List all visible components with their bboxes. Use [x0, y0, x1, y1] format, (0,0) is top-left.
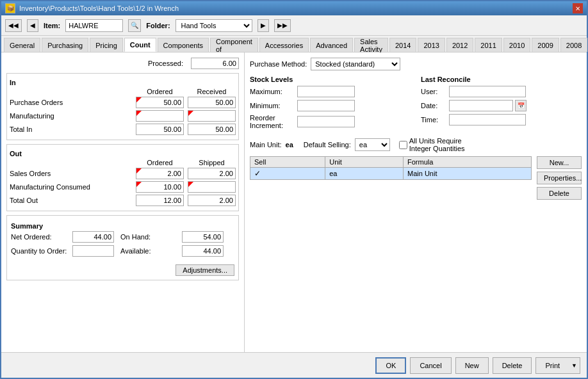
manufacturing-in-received[interactable] — [188, 110, 236, 122]
last-reconcile-section: Last Reconcile User: Date: 📅 Time: — [421, 76, 582, 132]
flag-icon — [136, 111, 142, 116]
mfg-consumed-ordered[interactable]: 10.00 — [136, 181, 184, 193]
processed-label: Processed: — [148, 60, 183, 67]
minimum-input[interactable] — [297, 100, 355, 111]
out-shipped-header: Shipped — [188, 159, 236, 166]
unit-buttons: New... Properties... Delete — [537, 156, 582, 200]
tab-component-of[interactable]: Component of — [210, 38, 258, 52]
search-button[interactable]: 🔍 — [128, 19, 141, 32]
tab-2014[interactable]: 2014 — [389, 38, 416, 52]
purchase-orders-received[interactable]: 50.00 — [188, 97, 236, 108]
purchase-orders-row: Purchase Orders 50.00 50.00 — [10, 97, 236, 108]
unit-cell: ea — [325, 168, 404, 180]
out-ordered-header: Ordered — [136, 159, 184, 166]
item-input[interactable] — [65, 19, 123, 32]
tab-pricing[interactable]: Pricing — [90, 38, 123, 52]
adjustments-button[interactable]: Adjustments... — [176, 264, 234, 276]
content-area: Processed: 6.00 In Ordered Received Purc… — [1, 52, 587, 352]
available-label: Available: — [120, 247, 178, 255]
reorder-input[interactable] — [297, 116, 355, 127]
tab-2011[interactable]: 2011 — [475, 38, 502, 52]
properties-button[interactable]: Properties... — [537, 172, 582, 184]
right-panel: Purchase Method: Stocked (standard) Stoc… — [245, 52, 587, 352]
title-bar: 📦 Inventory\Products\Tools\Hand Tools\1/… — [1, 1, 587, 15]
tab-2010[interactable]: 2010 — [503, 38, 530, 52]
tab-count[interactable]: Count — [124, 38, 156, 52]
net-ordered-row: Net Ordered: 44.00 — [11, 231, 114, 243]
calendar-button[interactable]: 📅 — [515, 100, 527, 111]
nav-next-button[interactable]: ▶ — [257, 19, 269, 32]
table-row[interactable]: ✓ ea Main Unit — [250, 168, 532, 180]
available-value[interactable]: 44.00 — [182, 245, 224, 257]
mfg-consumed-label: Manufacturing Consumed — [10, 183, 132, 191]
cancel-button[interactable]: Cancel — [410, 357, 451, 374]
purchase-method-label: Purchase Method: — [250, 60, 307, 68]
nav-prev-button[interactable]: ◀ — [27, 19, 38, 32]
close-button[interactable]: ✕ — [573, 3, 583, 13]
tab-components[interactable]: Components — [158, 38, 209, 52]
tab-2008[interactable]: 2008 — [560, 38, 587, 52]
nav-last-button[interactable]: ▶▶ — [274, 19, 291, 32]
summary-title: Summary — [11, 222, 234, 230]
purchase-orders-ordered[interactable]: 50.00 — [136, 97, 184, 108]
total-in-row: Total In 50.00 50.00 — [10, 124, 236, 135]
reorder-label: Reorder Increment: — [250, 114, 295, 129]
sales-orders-ordered[interactable]: 2.00 — [136, 168, 184, 179]
summary-section: Summary Net Ordered: 44.00 Quantity to O… — [6, 215, 239, 280]
date-input[interactable] — [449, 100, 513, 111]
manufacturing-in-row: Manufacturing — [10, 110, 236, 122]
time-input[interactable] — [449, 114, 526, 125]
tab-purchasing[interactable]: Purchasing — [42, 38, 88, 52]
integer-quantities-label: All Units RequireInteger Quantities — [399, 137, 465, 152]
minimum-label: Minimum: — [250, 102, 295, 109]
tab-2009[interactable]: 2009 — [532, 38, 559, 52]
formula-cell: Main Unit — [404, 168, 532, 180]
in-col-headers: Ordered Received — [10, 88, 236, 95]
default-selling-select[interactable]: ea — [355, 138, 390, 151]
print-dropdown-button[interactable]: ▼ — [569, 357, 580, 374]
tab-sales-activity[interactable]: Sales Activity — [354, 38, 388, 52]
print-button[interactable]: Print — [535, 357, 569, 374]
purchase-method-select[interactable]: Stocked (standard) — [311, 58, 400, 70]
out-section-title: Out — [10, 150, 236, 157]
qty-to-order-row: Quantity to Order: — [11, 245, 114, 257]
tab-2012[interactable]: 2012 — [446, 38, 473, 52]
stock-levels-section: Stock Levels Maximum: Minimum: Reorder I… — [250, 76, 411, 132]
folder-select[interactable]: Hand Tools — [176, 19, 252, 32]
date-label: Date: — [421, 102, 446, 109]
unit-table: Sell Unit Formula ✓ ea Main Unit — [250, 156, 532, 180]
left-panel: Processed: 6.00 In Ordered Received Purc… — [1, 52, 245, 352]
nav-first-button[interactable]: ◀◀ — [5, 19, 22, 32]
maximum-label: Maximum: — [250, 88, 295, 95]
maximum-input[interactable] — [297, 86, 355, 97]
ok-button[interactable]: OK — [375, 357, 406, 374]
stock-levels-title: Stock Levels — [250, 76, 411, 83]
manufacturing-in-label: Manufacturing — [10, 112, 132, 120]
in-section: In Ordered Received Purchase Orders 50.0… — [6, 73, 239, 140]
mfg-consumed-shipped[interactable] — [188, 181, 236, 193]
user-label: User: — [421, 88, 446, 95]
tab-general[interactable]: General — [4, 38, 40, 52]
user-input[interactable] — [449, 86, 526, 97]
footer: OK Cancel New Delete Print ▼ — [1, 352, 587, 378]
delete-button[interactable]: Delete — [493, 357, 532, 374]
on-hand-value[interactable]: 54.00 — [182, 231, 224, 243]
integer-quantities-checkbox[interactable] — [399, 141, 407, 149]
sell-col-header: Sell — [250, 157, 325, 168]
tab-2013[interactable]: 2013 — [418, 38, 445, 52]
total-in-ordered: 50.00 — [136, 124, 184, 135]
net-ordered-value[interactable]: 44.00 — [72, 231, 114, 243]
sales-orders-shipped[interactable]: 2.00 — [188, 168, 236, 179]
delete-unit-button[interactable]: Delete — [537, 187, 582, 200]
in-section-title: In — [10, 79, 236, 86]
tab-accessories[interactable]: Accessories — [259, 38, 309, 52]
sales-orders-row: Sales Orders 2.00 2.00 — [10, 168, 236, 179]
print-btn-wrapper: Print ▼ — [535, 357, 580, 374]
new-unit-button[interactable]: New... — [537, 156, 582, 169]
manufacturing-in-ordered[interactable] — [136, 110, 184, 122]
total-in-received: 50.00 — [188, 124, 236, 135]
date-row: Date: 📅 — [421, 100, 582, 111]
tab-advanced[interactable]: Advanced — [310, 38, 353, 52]
new-button[interactable]: New — [455, 357, 489, 374]
qty-to-order-value[interactable] — [72, 245, 114, 257]
